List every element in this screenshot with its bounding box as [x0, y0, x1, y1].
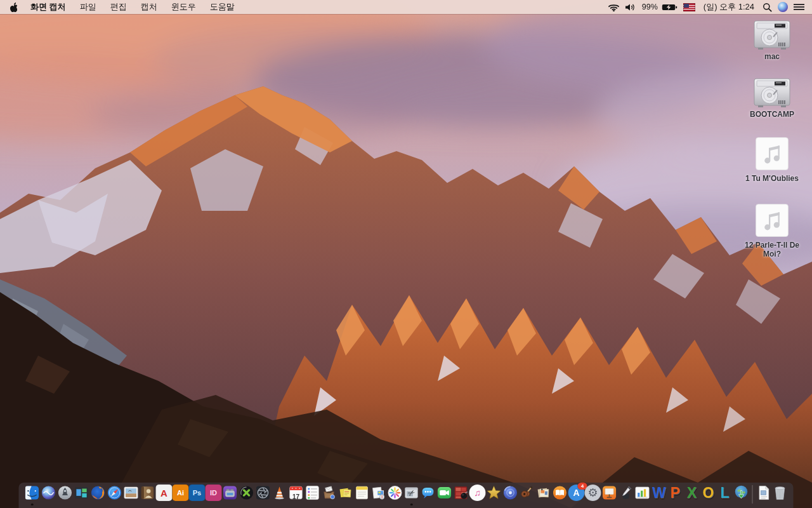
menu-item-0[interactable]: 파일: [73, 2, 103, 11]
dock-separator: [752, 485, 753, 504]
dock-item-vlc[interactable]: [272, 485, 288, 505]
dock-item-contacts[interactable]: [140, 485, 156, 505]
desktop-icon-audio-2[interactable]: 1 Tu M'Oublies: [737, 135, 807, 183]
menu-item-3[interactable]: 윈도우: [164, 2, 203, 11]
dock-item-stickies[interactable]: [337, 485, 354, 505]
dock-item-word[interactable]: W: [651, 485, 667, 505]
dock-item-preview[interactable]: [123, 485, 140, 505]
dock-item-ibooks[interactable]: [552, 485, 568, 505]
dock-item-pages[interactable]: [618, 485, 634, 505]
drive-icon: [752, 77, 792, 108]
toast-icon: [222, 485, 239, 501]
desktop-icon-drive-1[interactable]: BOOTCAMP: [737, 77, 807, 119]
dock-item-photos[interactable]: [387, 485, 403, 505]
word-glyph: W: [651, 485, 667, 501]
dock-item-launchpad[interactable]: [57, 485, 74, 505]
dock-item-grab-screen-capture[interactable]: ✂: [403, 485, 420, 505]
apple-menu[interactable]: [0, 0, 23, 14]
menu-bar: 화면 캡처 파일편집캡처윈도우도움말 99% (일) 오후 1:24: [0, 0, 812, 14]
dock-item-safari[interactable]: [107, 485, 123, 505]
dock-item-stationery[interactable]: [370, 485, 387, 505]
dock-item-imovie[interactable]: [486, 485, 502, 505]
menu-bar-clock[interactable]: (일) 오후 1:24: [701, 1, 757, 13]
dock-item-aperture[interactable]: [255, 485, 272, 505]
dock-item-calendar[interactable]: 17: [288, 485, 304, 505]
dock-item-app-store[interactable]: A4: [568, 485, 585, 505]
desktop-icon-label: 1 Tu M'Oublies: [745, 174, 799, 183]
dock-item-system-preferences[interactable]: ⚙: [585, 485, 601, 505]
firefox-icon: [90, 485, 107, 501]
menu-item-4[interactable]: 도움말: [203, 2, 242, 11]
dock-item-keynote[interactable]: [601, 485, 618, 505]
siri-icon: [41, 485, 57, 501]
finder-running-indicator: [31, 504, 34, 506]
divx-icon: [239, 485, 255, 501]
indesign-glyph: ID: [206, 485, 222, 501]
dock-item-illustrator[interactable]: Ai: [173, 485, 189, 505]
photos-icon: [387, 485, 403, 501]
dock-item-numbers[interactable]: [634, 485, 651, 505]
input-source-us-flag[interactable]: [683, 3, 695, 11]
contacts-icon: [140, 485, 156, 501]
menu-bar-status: 99% (일) 오후 1:24: [608, 0, 812, 14]
wallpaper-sierra: [0, 0, 812, 508]
dock-item-facetime[interactable]: [436, 485, 453, 505]
excel-glyph: X: [684, 485, 700, 501]
notification-center-icon[interactable]: [794, 3, 804, 11]
dock-item-garageband[interactable]: [519, 485, 535, 505]
dock-item-itunes[interactable]: ♫: [469, 485, 486, 505]
dock-item-idvd[interactable]: [502, 485, 519, 505]
dock-item-trash[interactable]: [772, 485, 789, 505]
audio-icon: [754, 135, 790, 172]
dock-item-acrobat-reader[interactable]: A: [156, 485, 173, 505]
wifi-icon[interactable]: [608, 3, 619, 11]
numbers-icon: [634, 485, 651, 501]
dock-item-download-globe[interactable]: [733, 485, 750, 505]
stickies-icon: [337, 485, 354, 501]
battery-percent: 99%: [642, 3, 658, 11]
dock-item-powerpoint[interactable]: P: [667, 485, 684, 505]
dock-item-photo-contact-sheet[interactable]: [453, 485, 469, 505]
trash-icon: [772, 485, 789, 501]
dock-item-document[interactable]: [756, 485, 772, 505]
illustrator-glyph: Ai: [173, 485, 189, 501]
dock-item-divx-player[interactable]: [239, 485, 255, 505]
dock-item-outlook[interactable]: O: [700, 485, 717, 505]
menu-item-1[interactable]: 편집: [103, 2, 134, 11]
desktop-icon-drive-0[interactable]: mac: [737, 20, 807, 61]
docfile-icon: [756, 485, 772, 501]
active-app-menu[interactable]: 화면 캡처: [23, 1, 73, 13]
desktop-icon-audio-3[interactable]: 12 Parle-T-Il De Moi?: [737, 202, 807, 258]
volume-icon[interactable]: [625, 3, 636, 11]
search-icon[interactable]: [763, 3, 772, 12]
preview-icon: [123, 485, 140, 501]
dock-item-excel[interactable]: X: [684, 485, 700, 505]
battery-charging-icon[interactable]: [662, 3, 678, 11]
outlook-glyph: O: [700, 485, 717, 501]
dock-item-lync[interactable]: L: [717, 485, 733, 505]
calendar-glyph: 17: [288, 485, 304, 505]
globe-icon: [733, 485, 750, 501]
flag-canton: [684, 4, 689, 8]
desktop-icon-label: BOOTCAMP: [750, 110, 794, 119]
siri-icon[interactable]: [778, 2, 788, 12]
dock-item-scrapbook[interactable]: [535, 485, 552, 505]
finder-icon: [24, 485, 41, 501]
dock-item-firefox[interactable]: [90, 485, 107, 505]
drive-icon: [752, 20, 792, 50]
dock-item-finder[interactable]: [24, 485, 41, 505]
dock-item-notes[interactable]: [354, 485, 370, 505]
dock-item-photoshop[interactable]: Ps: [189, 485, 206, 505]
dock-item-mission-control[interactable]: [74, 485, 90, 505]
system-preferences-glyph: ⚙: [585, 485, 601, 501]
dock-item-siri[interactable]: [41, 485, 57, 505]
dock-item-toast[interactable]: [222, 485, 239, 505]
dock-item-indesign[interactable]: ID: [206, 485, 222, 505]
lync-glyph: L: [717, 485, 733, 501]
itunes-glyph: ♫: [469, 485, 486, 501]
powerpoint-glyph: P: [667, 485, 684, 501]
menu-item-2[interactable]: 캡처: [134, 2, 164, 11]
dock-item-messages[interactable]: [420, 485, 436, 505]
dock-item-reminders[interactable]: [304, 485, 321, 505]
dock-item-mail-drop-box[interactable]: [321, 485, 337, 505]
